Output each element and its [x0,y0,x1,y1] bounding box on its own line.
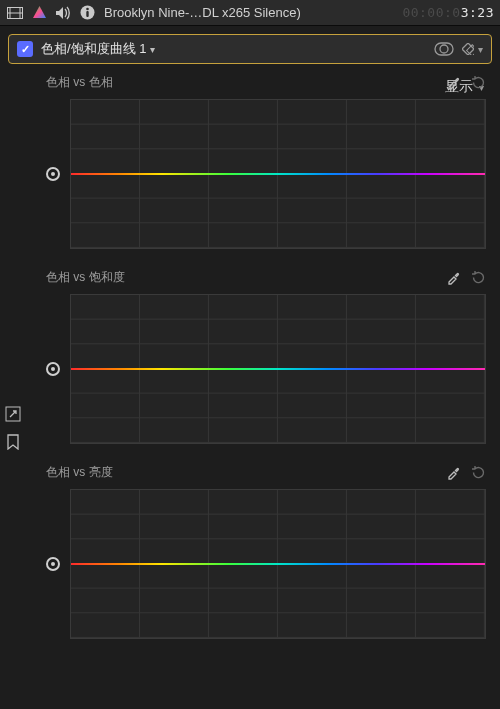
svg-marker-4 [33,6,46,18]
curve-panels: 色相 vs 色相 色相 vs 饱和度 [26,64,500,709]
panel-title: 色相 vs 色相 [46,74,113,91]
svg-rect-7 [86,11,88,17]
panel-title: 色相 vs 饱和度 [46,269,125,286]
video-inspector-icon[interactable] [4,0,26,26]
curve-grid[interactable] [70,489,486,639]
chevron-down-icon: ▾ [150,44,155,55]
color-inspector-icon[interactable] [28,0,50,26]
panel-select-radio[interactable] [46,557,60,571]
info-inspector-icon[interactable] [76,0,98,26]
panel-title: 色相 vs 亮度 [46,464,113,481]
panel-hue-vs-saturation: 色相 vs 饱和度 [40,267,486,444]
left-tool-rail [0,406,26,450]
mask-icon[interactable] [434,42,454,56]
timecode: 00:00:03:23 [402,5,494,20]
panel-select-radio[interactable] [46,362,60,376]
effect-name-label: 色相/饱和度曲线 1 [41,40,146,58]
panel-select-radio[interactable] [46,167,60,181]
keyframe-menu[interactable]: ▾ [462,43,483,55]
eyedropper-icon[interactable] [446,270,461,285]
panel-hue-vs-hue: 色相 vs 色相 [40,72,486,249]
hue-spectrum-line [71,173,485,175]
curve-grid[interactable] [70,99,486,249]
chevron-down-icon: ▾ [478,44,483,55]
inspector-header: Brooklyn Nine-…DL x265 Silence) 00:00:03… [0,0,500,26]
svg-point-9 [440,45,448,53]
reset-icon[interactable] [471,465,486,480]
timecode-dim: 00:00:0 [402,5,460,20]
expand-icon[interactable] [5,406,21,422]
clip-title: Brooklyn Nine-…DL x265 Silence) [100,5,400,20]
bookmark-icon[interactable] [6,434,20,450]
hue-spectrum-line [71,368,485,370]
audio-inspector-icon[interactable] [52,0,74,26]
effect-name-dropdown[interactable]: 色相/饱和度曲线 1 ▾ [41,40,426,58]
eyedropper-icon[interactable] [446,75,461,90]
reset-icon[interactable] [471,270,486,285]
svg-point-6 [86,8,89,11]
timecode-active: 3:23 [461,5,494,20]
reset-icon[interactable] [471,75,486,90]
hue-spectrum-line [71,563,485,565]
panel-hue-vs-luma: 色相 vs 亮度 [40,462,486,639]
eyedropper-icon[interactable] [446,465,461,480]
effect-enabled-checkbox[interactable]: ✓ [17,41,33,57]
curve-grid[interactable] [70,294,486,444]
effect-bar[interactable]: ✓ 色相/饱和度曲线 1 ▾ ▾ [8,34,492,64]
